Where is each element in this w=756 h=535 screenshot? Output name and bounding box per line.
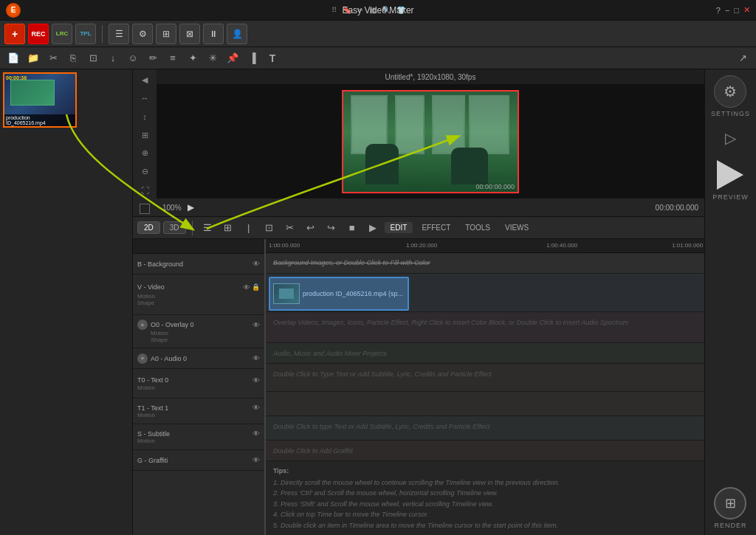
pause-icon[interactable]: ⏸: [203, 24, 224, 44]
monitor-title-text: Untitled*, 1920x1080, 30fps: [385, 73, 476, 81]
arrow-down-icon[interactable]: ↓: [104, 49, 122, 67]
minimize-btn[interactable]: −: [725, 6, 729, 15]
pin-icon[interactable]: 📌: [224, 49, 241, 67]
graffiti-eye-icon[interactable]: 👁: [252, 456, 260, 464]
tpl-button[interactable]: TPL: [75, 24, 96, 44]
menu-icon[interactable]: ⠿: [331, 6, 337, 14]
video-preview: 00:00:00.000: [342, 90, 519, 193]
overlay-eye-icon[interactable]: 👁: [252, 321, 260, 329]
bg-eye-icon[interactable]: 👁: [252, 260, 260, 268]
toolbar-row2: 📄 📁 ✂ ⎘ ⊡ ↓ ☺ ✏ ≡ ✦ ✳ 📌 ▐ T ↗: [0, 47, 756, 69]
track-label-text0: T0 - Text 0 👁 Motion: [133, 369, 264, 398]
overlay-label: O0 - Overlay 0: [151, 321, 194, 328]
timeline-ruler[interactable]: 1:00:00.000 1:00:20.000 1:00:40.000 1:01…: [266, 239, 704, 253]
stop-icon[interactable]: ■: [343, 219, 361, 237]
video-clip[interactable]: production ID_4065216.mp4 (sp...: [269, 277, 409, 311]
overlay-hint: Overlay Videos, Images, Icons, Particle …: [266, 312, 704, 334]
fullscreen-icon[interactable]: ⛶: [136, 182, 154, 198]
list-timeline-icon[interactable]: ☰: [199, 219, 216, 237]
close-btn[interactable]: ✕: [743, 5, 750, 15]
brush-icon[interactable]: ✏: [144, 49, 162, 67]
audio-eye-icon[interactable]: 👁: [252, 354, 260, 362]
lrc-button[interactable]: LRC: [52, 24, 72, 44]
list2-icon[interactable]: ≡: [164, 49, 182, 67]
overlay-add-btn[interactable]: +: [137, 320, 148, 330]
monitor-title: Untitled*, 1920x1080, 30fps: [157, 69, 704, 84]
media-item[interactable]: 00:00:38 productionID_4065216.mp4: [3, 72, 77, 128]
split-icon[interactable]: ⊠: [179, 24, 200, 44]
tools-tab[interactable]: TOOLS: [459, 222, 496, 233]
list-icon[interactable]: ☰: [109, 24, 129, 44]
video-lock-icon[interactable]: 🔒: [252, 283, 260, 291]
cut-icon[interactable]: ✂: [44, 49, 62, 67]
render-label: Render: [714, 522, 746, 529]
audio-add-btn[interactable]: +: [137, 353, 148, 364]
track-content-video: production ID_4065216.mp4 (sp...: [266, 274, 704, 311]
tl-btn4[interactable]: ⊡: [261, 219, 278, 237]
views-tab[interactable]: VIEWS: [499, 222, 535, 233]
arrow-right-icon[interactable]: ▷: [725, 129, 736, 147]
fit-width-icon[interactable]: ↔: [136, 91, 154, 106]
edit-tab[interactable]: EDIT: [385, 222, 413, 233]
subtitle-eye-icon[interactable]: 👁: [252, 429, 260, 438]
star-icon[interactable]: ✦: [184, 49, 202, 67]
video-label: V - Video: [137, 283, 165, 291]
settings-button[interactable]: ⚙ Settings: [711, 75, 750, 117]
prev-bar-btn1[interactable]: ◀: [136, 72, 154, 88]
arrow-export-icon[interactable]: ↗: [734, 49, 752, 67]
effect-tab[interactable]: EFFECT: [416, 222, 456, 233]
new2-icon[interactable]: 📄: [4, 49, 22, 67]
3d-mode-button[interactable]: 3D: [163, 221, 186, 234]
preview-area: ◀ ↔ ↕ ⊞ ⊕ ⊖ ⛶ Untitled*, 1920x1080, 30fp…: [133, 69, 704, 217]
ruler-spacer: [133, 239, 264, 254]
track-label-overlay: + O0 - Overlay 0 👁 MotionShape: [133, 315, 264, 348]
zoom-out-icon[interactable]: ⊖: [136, 164, 154, 179]
timeline-divider1: [192, 221, 193, 235]
new-button[interactable]: +: [4, 24, 25, 44]
text0-eye-icon[interactable]: 👁: [252, 376, 260, 384]
timeline-labels: B - Background 👁 V - Video 👁 🔒 MotionSha…: [133, 239, 266, 535]
crop-icon[interactable]: ⊞: [136, 128, 154, 143]
track-row-bg: Background Images, or Double Click to Fi…: [266, 253, 704, 274]
track-content-graffiti: Double Click to Add Graffiti: [266, 441, 704, 463]
smiley-icon[interactable]: ☺: [124, 49, 142, 67]
render-button[interactable]: ⊞ Render: [714, 487, 746, 529]
copy-icon[interactable]: ⎘: [64, 49, 82, 67]
lightning-icon[interactable]: ✳: [204, 49, 221, 67]
merge-icon[interactable]: ⊞: [156, 24, 176, 44]
fit-height-icon[interactable]: ↕: [136, 109, 154, 125]
help-btn[interactable]: ?: [716, 6, 721, 15]
text1-label: T1 - Text 1: [137, 404, 168, 412]
trim-icon[interactable]: ⊡: [84, 49, 102, 67]
render-icon: ⊞: [714, 487, 746, 520]
settings-gear-icon[interactable]: ⚙: [132, 24, 153, 44]
redo-icon[interactable]: ↪: [323, 219, 340, 237]
play-triangle: [717, 160, 743, 190]
maximize-btn[interactable]: □: [734, 6, 739, 15]
zoom-in-icon[interactable]: ⊕: [136, 146, 154, 162]
bg-hint: Background Images, or Double Click to Fi…: [266, 253, 704, 272]
track-content-text1: [266, 392, 704, 415]
track-label-audio: + A0 - Audio 0 👁: [133, 348, 264, 369]
preview-button[interactable]: Preview: [712, 159, 749, 201]
undo-icon[interactable]: ↩: [302, 219, 320, 237]
2d-mode-button[interactable]: 2D: [137, 221, 160, 234]
preview-left-bar: ◀ ↔ ↕ ⊞ ⊕ ⊖ ⛶: [133, 69, 157, 216]
bar-chart-icon[interactable]: ▐: [244, 49, 261, 67]
folder-icon[interactable]: 📁: [24, 49, 42, 67]
split-timeline-icon[interactable]: ✂: [281, 219, 299, 237]
text-icon[interactable]: T: [264, 49, 281, 67]
video-frame: [343, 92, 518, 192]
track-label-subtitle: S - Subtitle 👁 Motion: [133, 424, 264, 450]
play-timeline-icon[interactable]: ▶: [364, 219, 382, 237]
video-eye-icon[interactable]: 👁: [243, 283, 250, 291]
grid-timeline-icon[interactable]: ⊞: [219, 219, 237, 237]
rec-button[interactable]: REC: [28, 24, 49, 44]
text1-eye-icon[interactable]: 👁: [252, 404, 260, 412]
main-area: 00:00:38 productionID_4065216.mp4 ◀ ↔ ↕ …: [0, 69, 756, 535]
tl-btn3[interactable]: |: [240, 219, 258, 237]
play-button[interactable]: ▶: [188, 202, 194, 213]
app-title: Easy Video Maker: [342, 5, 413, 15]
person-icon[interactable]: 👤: [227, 24, 247, 44]
timeline-content: 1:00:00.000 1:00:20.000 1:00:40.000 1:01…: [266, 239, 704, 535]
